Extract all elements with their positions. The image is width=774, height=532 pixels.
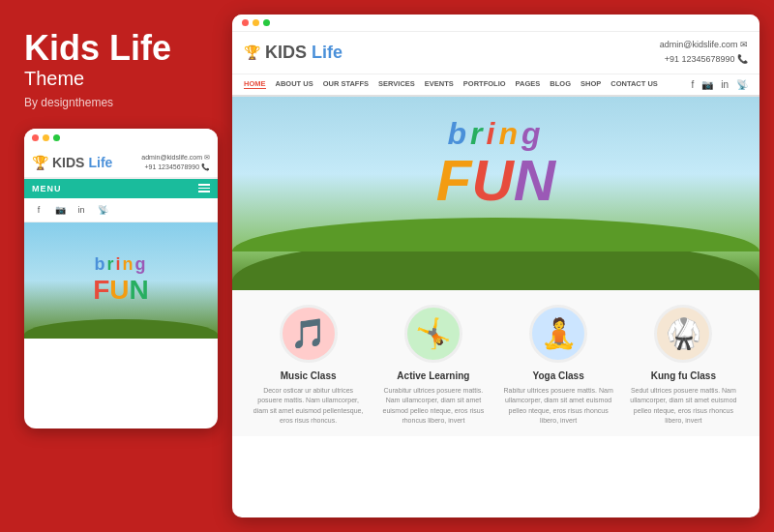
nav-shop[interactable]: SHOP — [580, 79, 601, 89]
nav-links: HOME ABOUT US OUR STAFFS SERVICES EVENTS… — [244, 79, 658, 89]
dot-red — [32, 134, 39, 141]
yoga-class-name: Yoga Class — [502, 370, 615, 381]
yoga-class-card: 🧘 Yoga Class Rabitur ultrices posuere ma… — [502, 305, 615, 427]
mobile-contact-info: admin@kidslife.com ✉ +91 12345678990 📞 — [141, 153, 210, 173]
yoga-class-desc: Rabitur ultrices posuere mattis. Nam ull… — [502, 386, 615, 427]
desktop-preview: 🏆 KIDS Life admin@kidslife.com ✉ +91 123… — [232, 15, 759, 517]
instagram-icon[interactable]: 📷 — [53, 203, 67, 217]
theme-subtitle: Theme — [24, 68, 213, 90]
mobile-phone: +91 12345678990 📞 — [141, 163, 210, 173]
linkedin-icon[interactable]: in — [74, 203, 88, 217]
kungfu-class-avatar: 🥋 — [654, 305, 712, 363]
music-class-desc: Decor osticar ur abitur ultrices posuere… — [252, 386, 365, 427]
mobile-life-text: Life — [88, 155, 112, 170]
hamburger-icon[interactable] — [198, 184, 210, 192]
left-panel: Kids Life Theme By designthemes 🏆 KIDS L… — [0, 0, 232, 448]
nav-portfolio[interactable]: PORTFOLIO — [463, 79, 506, 89]
desktop-topbar — [232, 15, 759, 32]
mobile-nav[interactable]: MENU — [24, 179, 218, 198]
desktop-phone: +91 12345678990 📞 — [660, 52, 748, 67]
active-class-card: 🤸 Active Learning Curabitur ultrices pos… — [376, 305, 490, 427]
desktop-life-text: Life — [312, 43, 342, 63]
nav-staffs[interactable]: OUR STAFFS — [323, 79, 369, 89]
mobile-topbar — [24, 129, 218, 147]
mobile-social-bar: f 📷 in 📡 — [24, 198, 218, 222]
mobile-grass — [24, 319, 218, 339]
rss-icon[interactable]: 📡 — [96, 203, 109, 217]
desktop-kids-text: KIDS — [265, 43, 307, 63]
nav-events[interactable]: EVENTS — [425, 79, 454, 89]
classes-section: 🎵 Music Class Decor osticar ur abitur ul… — [232, 290, 759, 436]
music-avatar-emoji: 🎵 — [290, 316, 326, 350]
mobile-hero: bring FUN — [24, 222, 218, 339]
classes-grid: 🎵 Music Class Decor osticar ur abitur ul… — [252, 305, 740, 427]
music-class-name: Music Class — [252, 370, 365, 381]
mobile-kids-text: KIDS — [52, 155, 84, 170]
desk-instagram-icon[interactable]: 📷 — [701, 79, 713, 90]
desktop-logo: 🏆 KIDS Life — [244, 43, 342, 63]
music-class-avatar: 🎵 — [280, 305, 338, 363]
desktop-dot-green — [263, 19, 270, 26]
dot-yellow — [43, 134, 49, 141]
kungfu-class-desc: Sedut ultrices posuere mattis. Nam ullam… — [627, 386, 740, 427]
desktop-header: 🏆 KIDS Life admin@kidslife.com ✉ +91 123… — [232, 32, 759, 74]
facebook-icon[interactable]: f — [32, 203, 45, 217]
bring-text: bring — [448, 116, 545, 152]
desk-rss-icon[interactable]: 📡 — [736, 79, 748, 90]
nav-contact[interactable]: CONTACT US — [610, 79, 658, 89]
fun-text: FUN — [436, 152, 555, 210]
active-class-desc: Curabitur ultrices posuere mattis. Nam u… — [376, 386, 490, 427]
yoga-class-avatar: 🧘 — [529, 305, 587, 363]
yoga-avatar-emoji: 🧘 — [541, 316, 577, 350]
desktop-hero: bring FUN — [232, 97, 759, 290]
theme-title: Kids Life — [24, 29, 213, 68]
desktop-dot-red — [242, 19, 249, 26]
desktop-contact-info: admin@kidslife.com ✉ +91 12345678990 📞 — [660, 38, 748, 68]
mobile-preview: 🏆 KIDS Life admin@kidslife.com ✉ +91 123… — [24, 129, 218, 429]
mobile-header: 🏆 KIDS Life admin@kidslife.com ✉ +91 123… — [24, 147, 218, 179]
mobile-email: admin@kidslife.com ✉ — [141, 153, 210, 163]
dot-green — [53, 134, 60, 141]
desktop-social-icons: f 📷 in 📡 — [691, 79, 748, 90]
mobile-menu-label: MENU — [32, 184, 62, 193]
kungfu-avatar-emoji: 🥋 — [666, 316, 701, 350]
nav-home[interactable]: HOME — [244, 79, 266, 89]
active-class-avatar: 🤸 — [404, 305, 462, 363]
active-class-name: Active Learning — [376, 370, 490, 381]
nav-blog[interactable]: BLOG — [550, 79, 571, 89]
grass-strip — [232, 237, 759, 290]
kungfu-class-name: Kung fu Class — [627, 370, 740, 381]
desk-linkedin-icon[interactable]: in — [721, 79, 729, 90]
nav-pages[interactable]: PAGES — [516, 79, 541, 89]
mobile-fun-text: FUN — [93, 275, 149, 306]
kungfu-class-card: 🥋 Kung fu Class Sedut ultrices posuere m… — [627, 305, 740, 427]
desktop-email: admin@kidslife.com ✉ — [660, 38, 748, 52]
desktop-nav: HOME ABOUT US OUR STAFFS SERVICES EVENTS… — [232, 74, 759, 97]
trophy-icon: 🏆 — [32, 155, 48, 170]
desktop-trophy-icon: 🏆 — [244, 44, 260, 60]
nav-services[interactable]: SERVICES — [378, 79, 415, 89]
nav-about[interactable]: ABOUT US — [276, 79, 313, 89]
active-avatar-emoji: 🤸 — [415, 316, 451, 350]
theme-author: By designthemes — [24, 96, 213, 109]
desktop-dot-yellow — [253, 19, 259, 26]
music-class-card: 🎵 Music Class Decor osticar ur abitur ul… — [252, 305, 365, 427]
mobile-bring-text: bring — [94, 254, 147, 275]
desktop-header-wrapper: 🏆 KIDS Life admin@kidslife.com ✉ +91 123… — [232, 32, 759, 74]
desk-facebook-icon[interactable]: f — [691, 79, 694, 90]
mobile-logo: 🏆 KIDS Life — [32, 155, 112, 170]
